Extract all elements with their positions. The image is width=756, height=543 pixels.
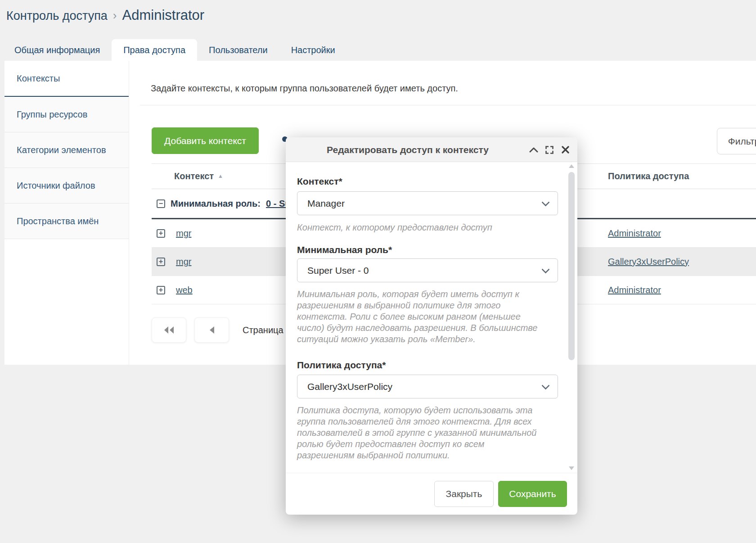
- screen: Контроль доступа › Administrator Общая и…: [0, 0, 756, 543]
- policy-link[interactable]: Gallery3xUserPolicy: [608, 257, 689, 267]
- context-select[interactable]: Manager: [297, 191, 558, 215]
- breadcrumb-separator-icon: ›: [113, 9, 117, 23]
- policy-select-value: Gallery3xUserPolicy: [307, 381, 392, 392]
- context-field-label: Контекст*: [297, 176, 342, 187]
- sidebar-item-file-sources[interactable]: Источники файлов: [4, 168, 129, 204]
- policy-select[interactable]: Gallery3xUserPolicy: [297, 375, 558, 398]
- close-modal-button[interactable]: [560, 145, 570, 155]
- chevron-down-icon: [541, 381, 549, 389]
- policy-link[interactable]: Administrator: [608, 285, 661, 295]
- policy-field-label: Политика доступа*: [297, 360, 386, 371]
- expand-row-icon[interactable]: +: [157, 229, 165, 238]
- sidebar-item-namespaces[interactable]: Пространства имён: [4, 204, 129, 239]
- modal-body: Контекст* Manager Контекст, к которому п…: [286, 163, 577, 473]
- save-button[interactable]: Сохранить: [498, 481, 567, 507]
- section-description: Задайте контексты, к которым группа поль…: [151, 83, 458, 94]
- modal-header: Редактировать доступ к контексту: [286, 137, 577, 162]
- min-role-field-label: Минимальная роль*: [297, 244, 392, 255]
- tab-settings[interactable]: Настройки: [279, 39, 347, 61]
- sort-asc-icon[interactable]: ▲: [218, 173, 223, 179]
- min-role-select[interactable]: Super User - 0: [297, 258, 558, 282]
- policy-link[interactable]: Administrator: [608, 228, 661, 238]
- min-role-select-value: Super User - 0: [307, 265, 369, 276]
- tab-bar: Общая информация Права доступа Пользоват…: [0, 39, 756, 61]
- fullscreen-icon: [545, 146, 554, 154]
- add-context-button[interactable]: Добавить контекст: [152, 127, 259, 154]
- expand-row-icon[interactable]: +: [157, 258, 165, 266]
- context-link[interactable]: mgr: [176, 257, 191, 267]
- scroll-down-icon[interactable]: [569, 466, 574, 470]
- modal-footer: Закрыть Сохранить: [286, 473, 577, 515]
- expand-row-icon[interactable]: +: [157, 286, 165, 294]
- context-link[interactable]: mgr: [176, 228, 191, 239]
- column-header-policy[interactable]: Политика доступа: [608, 171, 689, 181]
- breadcrumb: Контроль доступа › Administrator: [6, 7, 204, 23]
- tab-users[interactable]: Пользователи: [197, 39, 279, 61]
- scrollbar-thumb[interactable]: [568, 172, 575, 360]
- context-select-value: Manager: [307, 198, 345, 209]
- tab-access-rights[interactable]: Права доступа: [112, 39, 197, 61]
- scroll-up-icon[interactable]: [569, 164, 574, 168]
- context-field-hint: Контекст, к которому предоставлен доступ: [297, 222, 544, 233]
- tab-general-info[interactable]: Общая информация: [3, 39, 112, 61]
- filter-button[interactable]: Фильтр: [717, 128, 756, 154]
- page-label: Страница: [243, 325, 284, 335]
- close-button[interactable]: Закрыть: [434, 481, 494, 507]
- context-link[interactable]: web: [176, 285, 193, 295]
- first-page-button[interactable]: [152, 317, 186, 343]
- sidebar: Контексты Группы ресурсов Категории элем…: [4, 61, 129, 365]
- min-role-field-hint: Минимальная роль, которая будет иметь до…: [297, 289, 544, 345]
- breadcrumb-section[interactable]: Контроль доступа: [6, 9, 108, 23]
- fullscreen-button[interactable]: [544, 145, 554, 155]
- modal-scrollbar[interactable]: [568, 163, 575, 471]
- sidebar-item-resource-groups[interactable]: Группы ресурсов: [4, 97, 129, 132]
- policy-field-hint: Политика доступа, которую будет использо…: [297, 405, 544, 461]
- prev-page-icon: [209, 326, 215, 335]
- sidebar-item-item-categories[interactable]: Категории элементов: [4, 132, 129, 168]
- divider: [140, 105, 756, 105]
- prev-page-button[interactable]: [194, 317, 229, 343]
- group-row-label: Минимальная роль:: [171, 199, 261, 209]
- collapse-modal-button[interactable]: [529, 145, 539, 155]
- sidebar-item-contexts[interactable]: Контексты: [4, 61, 129, 97]
- close-icon: [562, 146, 569, 154]
- collapse-group-icon[interactable]: −: [157, 199, 165, 208]
- edit-context-access-modal: Редактировать доступ к контексту: [286, 137, 577, 515]
- chevron-down-icon: [541, 198, 549, 206]
- first-page-icon: [163, 326, 175, 335]
- page-title: Administrator: [122, 7, 205, 23]
- chevron-up-icon: [529, 147, 538, 153]
- chevron-down-icon: [541, 265, 549, 273]
- column-header-context[interactable]: Контекст: [174, 171, 214, 181]
- modal-title: Редактировать доступ к контексту: [297, 137, 519, 162]
